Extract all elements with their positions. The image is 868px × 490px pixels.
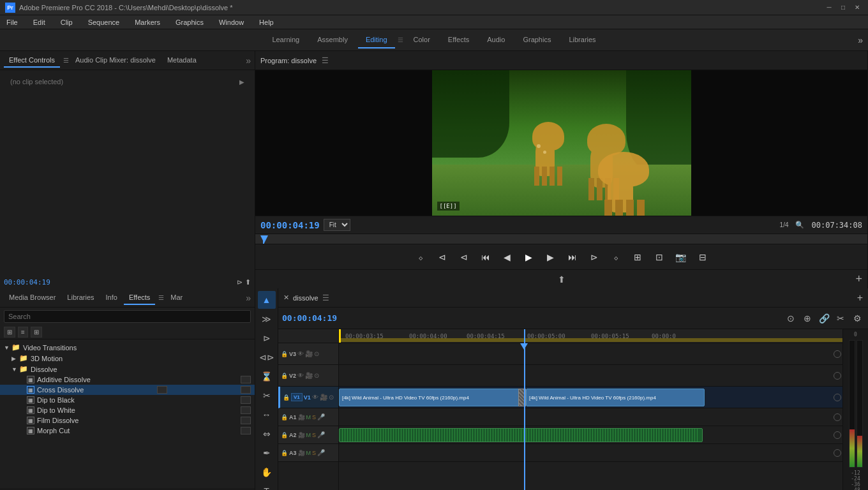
tab-editing[interactable]: Editing bbox=[358, 32, 395, 48]
tab-audio[interactable]: Audio bbox=[479, 32, 513, 48]
track-lock-v1[interactable]: 🔒 bbox=[283, 394, 290, 401]
effect-controls-export-icon[interactable]: ⬆ bbox=[245, 278, 251, 286]
track-s-a3[interactable]: S bbox=[312, 450, 316, 456]
add-button[interactable]: + bbox=[855, 272, 862, 286]
tab-effects[interactable]: Effects bbox=[124, 291, 155, 305]
track-solo-v3[interactable]: ⊙ bbox=[314, 350, 319, 357]
transport-mark-in[interactable]: ⬦ bbox=[412, 248, 430, 266]
transport-mark-out[interactable]: ⬦ bbox=[607, 248, 625, 266]
track-lock-v2[interactable]: 🔒 bbox=[281, 373, 288, 379]
menu-clip[interactable]: Clip bbox=[58, 17, 75, 27]
track-mic-a3[interactable]: 🎤 bbox=[317, 449, 325, 456]
tab-color[interactable]: Color bbox=[406, 32, 438, 48]
timeline-menu-icon[interactable]: ☰ bbox=[322, 293, 329, 302]
track-m-a2[interactable]: M bbox=[306, 432, 311, 438]
effects-icon-view-btn[interactable]: ⊞ bbox=[31, 327, 42, 338]
bottom-panel-menu-btn[interactable]: » bbox=[246, 293, 251, 303]
playhead-indicator[interactable] bbox=[260, 235, 268, 243]
track-solo-v2[interactable]: ⊙ bbox=[314, 372, 319, 379]
timeline-close-icon[interactable]: ✕ bbox=[283, 293, 289, 302]
transport-go-to-out[interactable]: ⊳ bbox=[585, 248, 603, 266]
tab-info[interactable]: Info bbox=[101, 291, 123, 305]
ripple-edit-tool[interactable]: ⊳ bbox=[258, 329, 276, 347]
track-camera-a1[interactable]: 🎥 bbox=[298, 414, 305, 420]
transport-multi-cam[interactable]: ⊟ bbox=[694, 248, 712, 266]
tab-assembly[interactable]: Assembly bbox=[310, 32, 355, 48]
fit-dropdown[interactable]: Fit bbox=[324, 219, 350, 231]
panel-menu-button[interactable]: » bbox=[246, 56, 251, 66]
track-solo-v1[interactable]: ⊙ bbox=[329, 394, 334, 401]
rate-stretch-tool[interactable]: ⌛ bbox=[258, 368, 276, 385]
menu-file[interactable]: File bbox=[4, 17, 20, 27]
tab-effects[interactable]: Effects bbox=[440, 32, 477, 48]
tree-item-cross-dissolve[interactable]: ▶ ▦ Cross Dissolve bbox=[0, 385, 255, 395]
tl-add-marker-btn[interactable]: ⊙ bbox=[784, 311, 798, 325]
track-s-a2[interactable]: S bbox=[312, 432, 316, 438]
track-m-a1[interactable]: M bbox=[306, 414, 311, 420]
close-button[interactable]: ✕ bbox=[851, 2, 863, 13]
clip-v1-1[interactable]: [4k] Wild Animal - Ultra HD Video TV 60f… bbox=[339, 389, 522, 406]
rolling-edit-tool[interactable]: ⊲⊳ bbox=[258, 348, 276, 366]
playback-ruler[interactable] bbox=[255, 234, 867, 244]
maximize-button[interactable]: □ bbox=[837, 2, 849, 13]
selection-tool[interactable]: ▲ bbox=[258, 291, 276, 309]
effects-new-bin-btn[interactable]: ⊞ bbox=[4, 327, 15, 338]
tree-item-additive-dissolve[interactable]: ▶ ▦ Additive Dissolve bbox=[0, 375, 255, 385]
safe-margins-icon[interactable]: ⬆ bbox=[558, 274, 565, 285]
effect-controls-mark-icon[interactable]: ⊳ bbox=[237, 278, 243, 286]
track-camera-v2[interactable]: 🎥 bbox=[305, 372, 313, 379]
type-tool[interactable]: T bbox=[258, 482, 276, 490]
timeline-timecode[interactable]: 00:00:04:19 bbox=[282, 313, 337, 323]
monitor-current-time[interactable]: 00:00:04:19 bbox=[260, 220, 320, 230]
track-camera-v3[interactable]: 🎥 bbox=[305, 350, 313, 357]
track-eye-v1[interactable]: 👁 bbox=[312, 394, 318, 401]
tab-libraries[interactable]: Libraries bbox=[561, 32, 603, 48]
tree-item-video-transitions[interactable]: ▼ 📁 Video Transitions bbox=[0, 342, 255, 353]
menu-sequence[interactable]: Sequence bbox=[86, 17, 123, 27]
track-mic-a2[interactable]: 🎤 bbox=[317, 431, 325, 438]
tree-item-morph-cut[interactable]: ▶ ▦ Morph Cut bbox=[0, 426, 255, 436]
tree-item-film-dissolve[interactable]: ▶ ▦ Film Dissolve bbox=[0, 415, 255, 426]
tab-learning[interactable]: Learning bbox=[264, 32, 307, 48]
track-lock-a2[interactable]: 🔒 bbox=[281, 432, 288, 438]
transport-play[interactable]: ▶ bbox=[520, 248, 538, 266]
track-sync-v1[interactable]: V1 bbox=[291, 393, 303, 401]
effects-search-input[interactable] bbox=[4, 310, 251, 323]
effects-list-view-btn[interactable]: ≡ bbox=[18, 327, 28, 338]
tl-snap-btn[interactable]: ⊕ bbox=[800, 311, 814, 325]
razor-tool[interactable]: ✂ bbox=[258, 387, 276, 405]
slip-tool[interactable]: ↔ bbox=[258, 406, 276, 424]
monitor-menu-icon[interactable]: ☰ bbox=[322, 56, 329, 65]
track-mic-a1[interactable]: 🎤 bbox=[317, 413, 325, 420]
tab-markers[interactable]: Mar bbox=[165, 291, 188, 305]
track-camera-v1[interactable]: 🎥 bbox=[320, 394, 327, 401]
transport-step-back[interactable]: ⊲ bbox=[455, 248, 473, 266]
track-lock-a3[interactable]: 🔒 bbox=[281, 450, 288, 456]
cross-dissolve-transition[interactable] bbox=[518, 389, 526, 406]
clip-v1-2[interactable]: [4k] Wild Animal - Ultra HD Video TV 60f… bbox=[526, 389, 705, 406]
tl-razor-btn[interactable]: ✂ bbox=[834, 311, 848, 325]
transport-insert-frame[interactable]: ⊞ bbox=[629, 248, 647, 266]
tree-item-3d-motion[interactable]: ▶ 📁 3D Motion bbox=[0, 353, 255, 364]
tab-libraries[interactable]: Libraries bbox=[62, 291, 99, 305]
workspace-more-icon[interactable]: » bbox=[858, 35, 863, 45]
track-lock-v3[interactable]: 🔒 bbox=[281, 351, 288, 357]
transport-go-to-prev-edit[interactable]: ⏮ bbox=[477, 248, 495, 266]
minimize-button[interactable]: ─ bbox=[823, 2, 835, 13]
timeline-ruler[interactable]: 00:00:03:15 00:00:04:00 00:00:04:15 00:0… bbox=[339, 329, 842, 343]
menu-window[interactable]: Window bbox=[216, 17, 246, 27]
tab-metadata[interactable]: Metadata bbox=[162, 54, 202, 68]
hand-tool[interactable]: ✋ bbox=[258, 463, 276, 481]
menu-graphics[interactable]: Graphics bbox=[173, 17, 206, 27]
tab-audio-clip-mixer[interactable]: Audio Clip Mixer: dissolve bbox=[70, 54, 161, 68]
audio-clip-a2[interactable] bbox=[339, 428, 703, 442]
tab-effect-controls[interactable]: Effect Controls bbox=[4, 54, 60, 68]
transport-step-back-frame[interactable]: ◀ bbox=[498, 248, 516, 266]
timeline-add-button[interactable]: + bbox=[857, 292, 863, 304]
track-eye-v3[interactable]: 👁 bbox=[297, 350, 304, 357]
track-eye-v2[interactable]: 👁 bbox=[297, 372, 304, 379]
quality-selector[interactable]: 1/4 bbox=[780, 221, 789, 228]
track-s-a1[interactable]: S bbox=[312, 414, 316, 420]
track-select-tool[interactable]: ≫ bbox=[258, 310, 276, 328]
tl-settings-btn[interactable]: ⚙ bbox=[850, 311, 864, 325]
